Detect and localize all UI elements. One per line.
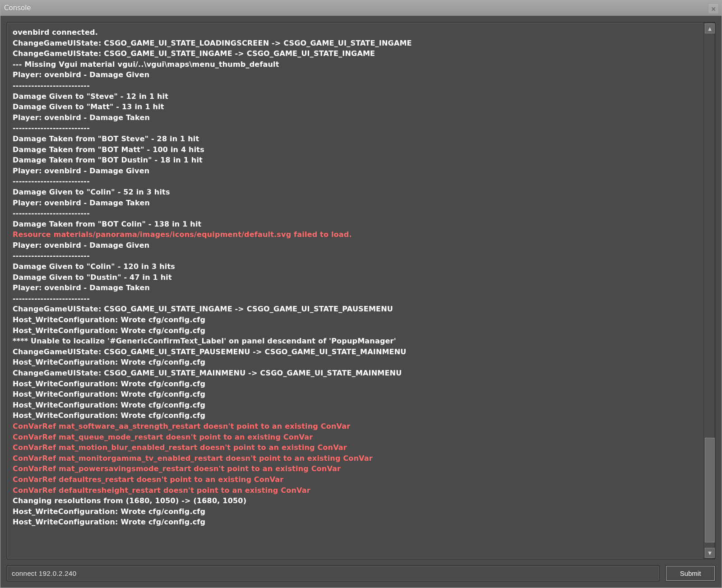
log-line: ------------------------- — [13, 80, 698, 91]
log-line: ------------------------- — [13, 208, 698, 219]
log-line: Player: ovenbird - Damage Given — [13, 166, 698, 176]
chevron-down-icon: ▼ — [708, 551, 712, 556]
log-line: ConVarRef defaultresheight_restart doesn… — [13, 485, 698, 496]
log-line: ChangeGameUIState: CSGO_GAME_UI_STATE_IN… — [13, 304, 698, 315]
log-line: Changing resolutions from (1680, 1050) -… — [13, 495, 698, 506]
log-line: ovenbird connected. — [13, 27, 698, 38]
log-line: Player: ovenbird - Damage Given — [13, 240, 698, 251]
log-line: Damage Taken from "BOT Dustin" - 18 in 1… — [13, 155, 698, 166]
log-line: Host_WriteConfiguration: Wrote cfg/confi… — [13, 325, 698, 336]
console-log-viewport: ovenbird connected.ChangeGameUIState: CS… — [7, 22, 715, 559]
close-button[interactable]: × — [708, 3, 719, 14]
log-line: ConVarRef mat_software_aa_strength_resta… — [13, 421, 698, 432]
window-title: Console — [4, 4, 31, 12]
submit-button-label: Submit — [680, 569, 701, 577]
log-line: ConVarRef mat_powersavingsmode_restart d… — [13, 463, 698, 474]
vertical-scrollbar[interactable]: ▲ ▼ — [703, 23, 715, 559]
log-line: ChangeGameUIState: CSGO_GAME_UI_STATE_MA… — [13, 368, 698, 379]
chevron-up-icon: ▲ — [708, 26, 712, 31]
log-line: **** Unable to localize '#GenericConfirm… — [13, 336, 698, 347]
log-line: Host_WriteConfiguration: Wrote cfg/confi… — [13, 379, 698, 389]
log-line: ConVarRef defaultres_restart doesn't poi… — [13, 474, 698, 485]
scroll-thumb[interactable] — [705, 438, 715, 542]
log-line: ChangeGameUIState: CSGO_GAME_UI_STATE_PA… — [13, 347, 698, 357]
window-titlebar[interactable]: Console × — [0, 0, 722, 16]
log-line: Damage Taken from "BOT Matt" - 100 in 4 … — [13, 144, 698, 155]
log-line: ChangeGameUIState: CSGO_GAME_UI_STATE_LO… — [13, 38, 698, 49]
log-line: ConVarRef mat_monitorgamma_tv_enabled_re… — [13, 453, 698, 464]
log-line: Host_WriteConfiguration: Wrote cfg/confi… — [13, 315, 698, 325]
log-line: Damage Given to "Steve" - 12 in 1 hit — [13, 91, 698, 102]
submit-button[interactable]: Submit — [666, 565, 715, 581]
log-line: Damage Given to "Colin" - 52 in 3 hits — [13, 187, 698, 198]
log-line: ConVarRef mat_motion_blur_enabled_restar… — [13, 442, 698, 453]
log-line: ------------------------- — [13, 293, 698, 304]
command-row: Submit — [7, 565, 715, 581]
log-line: Damage Given to "Matt" - 13 in 1 hit — [13, 102, 698, 112]
log-line: Player: ovenbird - Damage Taken — [13, 282, 698, 293]
close-icon: × — [711, 5, 716, 12]
scroll-down-button[interactable]: ▼ — [705, 548, 715, 558]
log-line: Host_WriteConfiguration: Wrote cfg/confi… — [13, 357, 698, 368]
log-line: ConVarRef mat_queue_mode_restart doesn't… — [13, 432, 698, 443]
log-line: Host_WriteConfiguration: Wrote cfg/confi… — [13, 517, 698, 528]
log-line: Damage Taken from "BOT Steve" - 28 in 1 … — [13, 134, 698, 144]
log-line: Host_WriteConfiguration: Wrote cfg/confi… — [13, 506, 698, 517]
log-line: Host_WriteConfiguration: Wrote cfg/confi… — [13, 410, 698, 421]
log-line: Damage Taken from "BOT Colin" - 138 in 1… — [13, 219, 698, 230]
log-line: ------------------------- — [13, 176, 698, 187]
console-body: ovenbird connected.ChangeGameUIState: CS… — [0, 16, 722, 588]
log-line: ChangeGameUIState: CSGO_GAME_UI_STATE_IN… — [13, 48, 698, 59]
console-log-scroll[interactable]: ovenbird connected.ChangeGameUIState: CS… — [7, 23, 703, 559]
log-line: Damage Given to "Colin" - 120 in 3 hits — [13, 261, 698, 272]
log-line: Player: ovenbird - Damage Given — [13, 69, 698, 80]
log-line: Player: ovenbird - Damage Taken — [13, 198, 698, 208]
log-line: Host_WriteConfiguration: Wrote cfg/confi… — [13, 400, 698, 411]
log-line: ------------------------- — [13, 250, 698, 261]
log-line: Resource materials/panorama/images/icons… — [13, 229, 698, 240]
console-window: Console × ovenbird connected.ChangeGameU… — [0, 0, 722, 588]
scroll-up-button[interactable]: ▲ — [705, 23, 715, 33]
log-line: Player: ovenbird - Damage Taken — [13, 112, 698, 123]
log-line: ------------------------- — [13, 123, 698, 134]
log-line: --- Missing Vgui material vgui/..\vgui\m… — [13, 59, 698, 70]
command-input[interactable] — [7, 565, 659, 581]
log-line: Host_WriteConfiguration: Wrote cfg/confi… — [13, 389, 698, 400]
log-line: Damage Given to "Dustin" - 47 in 1 hit — [13, 272, 698, 283]
console-log-lines: ovenbird connected.ChangeGameUIState: CS… — [13, 27, 698, 528]
